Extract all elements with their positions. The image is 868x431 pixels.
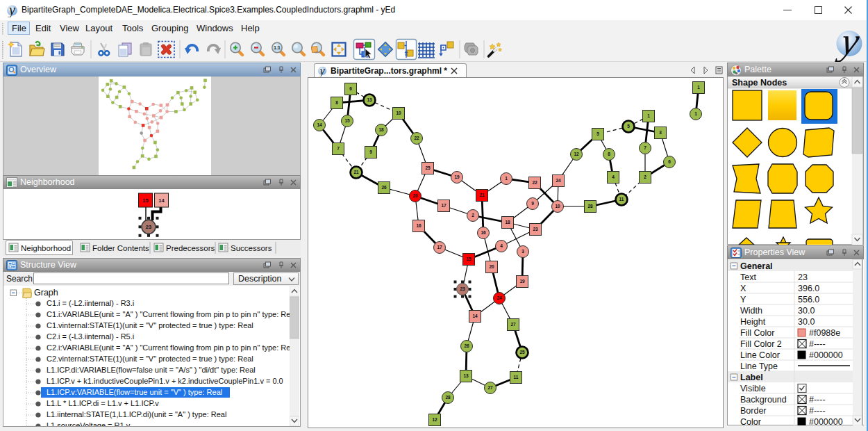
svg-text:Label: Label [740, 373, 763, 382]
svg-text:Text: Text [740, 273, 756, 282]
svg-text:1: 1 [697, 85, 700, 90]
svg-text:16: 16 [481, 230, 486, 235]
svg-text:1: 1 [505, 176, 508, 181]
svg-text:12: 12 [432, 417, 437, 422]
svg-text:18: 18 [505, 220, 510, 225]
svg-text:Width: Width [740, 306, 762, 316]
svg-text:#----: #---- [809, 406, 826, 416]
svg-text:11: 11 [514, 375, 519, 380]
svg-text:y: y [8, 3, 15, 17]
svg-text:Visible: Visible [740, 384, 766, 393]
svg-text:23: 23 [798, 273, 808, 282]
svg-text:6: 6 [349, 86, 352, 91]
svg-text:26: 26 [381, 185, 387, 190]
svg-text:16: 16 [416, 223, 422, 228]
svg-text:4: 4 [612, 174, 615, 179]
svg-text:Fill Color 2: Fill Color 2 [740, 339, 782, 349]
svg-text:2: 2 [644, 174, 646, 179]
svg-text:Line Type: Line Type [740, 361, 778, 371]
svg-text:24: 24 [496, 295, 502, 300]
svg-text:27: 27 [487, 385, 493, 390]
svg-text:6: 6 [668, 159, 671, 164]
svg-text:4: 4 [500, 243, 503, 248]
svg-text:7: 7 [337, 146, 340, 151]
svg-text:1:1: 1:1 [274, 45, 281, 50]
svg-text:23: 23 [533, 227, 538, 231]
svg-text:1: 1 [647, 113, 650, 118]
svg-text:14: 14 [158, 197, 165, 204]
svg-text:24: 24 [556, 178, 561, 183]
svg-text:Y: Y [740, 295, 746, 304]
svg-text:11: 11 [619, 197, 624, 202]
svg-text:15: 15 [142, 197, 148, 204]
svg-text:25: 25 [519, 350, 525, 355]
svg-text:Neighborhood: Neighborhood [21, 244, 71, 252]
svg-text:y: y [319, 65, 326, 76]
svg-text:9: 9 [369, 149, 372, 154]
svg-text:Shape Nodes: Shape Nodes [732, 78, 787, 88]
svg-text:Successors: Successors [231, 244, 272, 252]
svg-text:Height: Height [740, 317, 766, 327]
svg-text:20: 20 [489, 264, 494, 269]
svg-text:Background: Background [740, 395, 787, 405]
svg-text:8: 8 [335, 100, 338, 105]
svg-text:10: 10 [555, 204, 560, 209]
svg-text:X: X [740, 284, 746, 293]
svg-text:22: 22 [532, 180, 537, 185]
svg-text:15: 15 [466, 257, 471, 261]
svg-text:9: 9 [531, 201, 534, 206]
svg-text:#000000: #000000 [809, 350, 843, 360]
svg-text:2: 2 [471, 213, 474, 218]
svg-text:General: General [740, 261, 773, 271]
svg-text:22: 22 [414, 136, 419, 140]
svg-text:Predecessors: Predecessors [166, 244, 215, 252]
svg-text:#----: #---- [809, 395, 826, 405]
svg-text:20: 20 [412, 193, 418, 198]
svg-text:396.0: 396.0 [798, 284, 819, 293]
svg-text:21: 21 [479, 193, 485, 197]
svg-text:Line Color: Line Color [740, 350, 780, 360]
svg-text:17: 17 [441, 203, 446, 208]
svg-text:5: 5 [596, 131, 599, 136]
svg-text:5: 5 [627, 124, 630, 129]
svg-text:23: 23 [460, 286, 465, 291]
svg-text:15: 15 [344, 118, 350, 123]
svg-text:#----: #---- [809, 339, 826, 349]
svg-text:3: 3 [659, 130, 662, 135]
svg-text:10: 10 [396, 111, 401, 115]
svg-text:14: 14 [317, 122, 322, 127]
svg-text:#000000: #000000 [809, 417, 843, 426]
svg-text:13: 13 [463, 373, 469, 378]
svg-text:17: 17 [437, 245, 442, 250]
svg-text:Border: Border [740, 406, 767, 416]
svg-text:26: 26 [464, 343, 469, 348]
svg-text:Color: Color [740, 417, 761, 426]
svg-text:19: 19 [519, 279, 525, 284]
svg-text:Fill Color: Fill Color [740, 328, 774, 338]
svg-text:13: 13 [367, 97, 372, 102]
svg-text:#f0988e: #f0988e [809, 328, 840, 338]
svg-text:7: 7 [644, 145, 646, 150]
svg-text:Folder Contents: Folder Contents [92, 244, 149, 252]
svg-text:27: 27 [510, 322, 516, 327]
svg-text:25: 25 [425, 165, 431, 170]
svg-text:12: 12 [574, 152, 579, 156]
svg-text:30.0: 30.0 [798, 317, 815, 327]
svg-text:8: 8 [608, 152, 610, 156]
svg-text:19: 19 [454, 174, 460, 179]
svg-text:3: 3 [521, 249, 524, 254]
svg-text:23: 23 [146, 224, 151, 230]
svg-text:28: 28 [445, 395, 451, 400]
svg-text:21: 21 [353, 170, 359, 174]
svg-text:28: 28 [587, 204, 593, 209]
svg-text:18: 18 [378, 127, 384, 132]
svg-text:30.0: 30.0 [798, 306, 815, 316]
svg-text:556.0: 556.0 [798, 295, 819, 304]
svg-text:14: 14 [472, 314, 478, 318]
svg-text:1: 1 [694, 111, 697, 116]
